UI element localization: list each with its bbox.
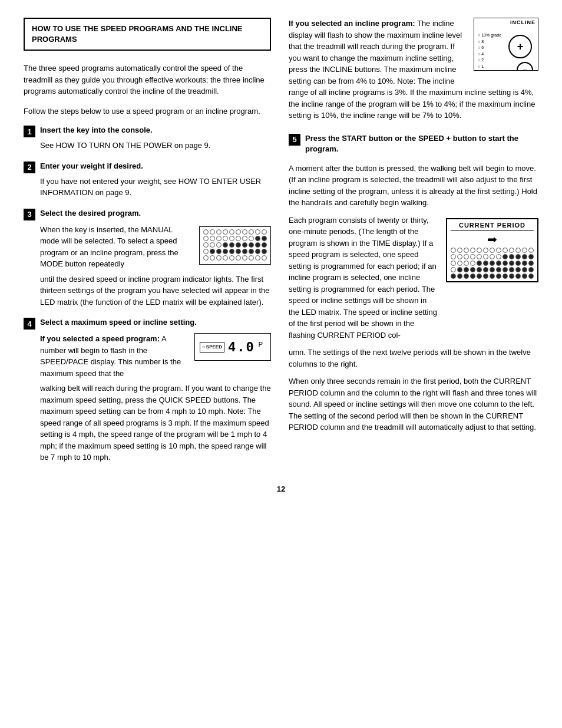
led bbox=[223, 249, 228, 254]
led bbox=[216, 229, 222, 235]
cp-led bbox=[464, 248, 469, 253]
cp-led bbox=[503, 254, 508, 259]
cp-led bbox=[470, 248, 475, 253]
step-3-row: 3 Select the desired program. bbox=[24, 208, 271, 220]
cp-led bbox=[490, 261, 495, 266]
led bbox=[203, 229, 209, 235]
step-2-title: Enter your weight if desired. bbox=[40, 161, 143, 172]
led bbox=[223, 229, 228, 235]
tick-6: ○ 6 bbox=[478, 45, 501, 51]
speed-circle-icon: ○ bbox=[202, 344, 205, 351]
led bbox=[236, 236, 241, 241]
step-3-number: 3 bbox=[24, 209, 35, 220]
led bbox=[255, 236, 260, 241]
cp-led bbox=[470, 254, 475, 259]
incline-minus-button[interactable]: − bbox=[517, 62, 533, 71]
cp-led bbox=[509, 254, 514, 259]
led-matrix-diagram bbox=[199, 226, 271, 265]
led-row-1 bbox=[203, 229, 267, 235]
led-row-5 bbox=[203, 255, 267, 261]
incline-section: INCLINE ○ 10% grade ○ 8 ○ 6 ○ 4 ○ 2 ○ 1 … bbox=[289, 18, 538, 127]
tick-4: ○ 4 bbox=[478, 51, 501, 58]
cp-led bbox=[483, 248, 488, 253]
cp-led bbox=[477, 248, 482, 253]
cp-led bbox=[528, 274, 534, 279]
led-row-4 bbox=[203, 249, 267, 254]
led bbox=[242, 236, 247, 241]
step-4-number: 4 bbox=[24, 318, 35, 330]
led bbox=[242, 255, 247, 261]
cp-led bbox=[451, 261, 456, 266]
cp-led bbox=[477, 261, 482, 266]
step-3-text-part2: until the desired speed or incline progr… bbox=[40, 274, 271, 308]
right-para-2-end: umn. The settings of the next twelve per… bbox=[289, 347, 538, 370]
incline-program-label: If you selected an incline program: bbox=[289, 19, 415, 28]
cp-led bbox=[515, 267, 521, 272]
cp-led-row-1 bbox=[451, 248, 534, 253]
right-para-1: A moment after the button is pressed, th… bbox=[289, 163, 538, 209]
led bbox=[249, 249, 254, 254]
step-4-body: If you selected a speed program: A numbe… bbox=[40, 333, 271, 463]
led bbox=[210, 242, 215, 248]
cp-led bbox=[496, 274, 501, 279]
step-4-speed-body: walking belt will reach during the progr… bbox=[40, 383, 271, 463]
led bbox=[229, 255, 234, 261]
current-period-title: CURRENT PERIOD bbox=[451, 222, 534, 231]
step-2-body: If you have not entered your weight, see… bbox=[40, 176, 271, 199]
step-4-text: If you selected a speed program: A numbe… bbox=[40, 333, 187, 379]
header-box: HOW TO USE THE SPEED PROGRAMS AND THE IN… bbox=[24, 18, 271, 51]
cp-led bbox=[483, 254, 488, 259]
tick-1: ○ 1 bbox=[478, 64, 501, 70]
cp-led bbox=[457, 261, 462, 266]
cp-led bbox=[457, 254, 462, 259]
cp-led bbox=[451, 274, 456, 279]
led bbox=[216, 236, 222, 241]
led bbox=[236, 255, 241, 261]
led bbox=[223, 236, 228, 241]
cp-led bbox=[503, 274, 508, 279]
cp-led bbox=[528, 248, 534, 253]
cp-led bbox=[477, 254, 482, 259]
led bbox=[229, 249, 234, 254]
speed-number: 4.0 bbox=[228, 337, 255, 357]
step-3-block: 3 Select the desired program. When the k… bbox=[24, 208, 271, 308]
step-3-text-part1: When the key is inserted, the MANUAL mod… bbox=[40, 225, 178, 269]
led bbox=[229, 236, 234, 241]
current-period-section: Each program consists of twenty or thirt… bbox=[289, 215, 538, 341]
two-column-layout: HOW TO USE THE SPEED PROGRAMS AND THE IN… bbox=[24, 18, 538, 473]
cp-led bbox=[503, 248, 508, 253]
cp-led-row-4 bbox=[451, 267, 534, 272]
led bbox=[210, 236, 215, 241]
led bbox=[210, 255, 215, 261]
step-3-title: Select the desired program. bbox=[40, 208, 141, 219]
incline-plus-button[interactable]: + bbox=[508, 35, 532, 58]
speed-p-label: P bbox=[259, 340, 263, 350]
cp-led bbox=[464, 261, 469, 266]
cp-led-row-3 bbox=[451, 261, 534, 266]
led bbox=[249, 255, 254, 261]
cp-led bbox=[522, 248, 527, 253]
step-1-block: 1 Insert the key into the console. See H… bbox=[24, 125, 271, 151]
para2-start: Each program consists of twenty or thirt… bbox=[289, 215, 439, 341]
cp-led bbox=[522, 254, 527, 259]
tick-8: ○ 8 bbox=[478, 39, 501, 45]
led bbox=[249, 242, 254, 248]
incline-ticks: ○ 10% grade ○ 8 ○ 6 ○ 4 ○ 2 ○ 1 bbox=[478, 32, 501, 70]
led bbox=[216, 242, 222, 248]
cp-led bbox=[451, 248, 456, 253]
cp-led bbox=[515, 261, 521, 266]
intro-text-2: Follow the steps below to use a speed pr… bbox=[24, 106, 271, 117]
led bbox=[229, 242, 234, 248]
led bbox=[242, 242, 247, 248]
step-4-speed-label: If you selected a speed program: A numbe… bbox=[40, 333, 187, 379]
cp-led bbox=[483, 261, 488, 266]
step-3-body: When the key is inserted, the MANUAL mod… bbox=[40, 224, 271, 308]
cp-led bbox=[528, 267, 534, 272]
cp-led bbox=[470, 261, 475, 266]
led bbox=[242, 229, 247, 235]
cp-led bbox=[477, 274, 482, 279]
cp-led bbox=[483, 267, 488, 272]
cp-led bbox=[477, 267, 482, 272]
cp-led bbox=[496, 254, 501, 259]
led bbox=[210, 249, 215, 254]
